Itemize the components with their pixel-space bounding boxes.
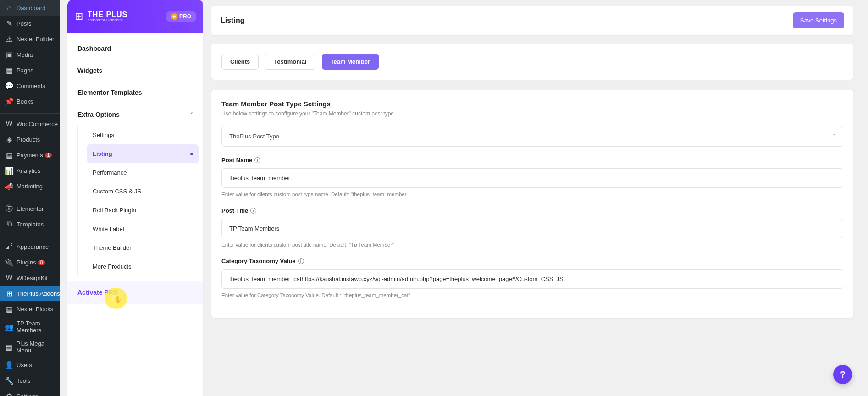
wp-menu-label: Users — [17, 362, 32, 368]
wp-menu-pages[interactable]: ▤Pages — [0, 62, 60, 78]
wp-menu-nexter-builder[interactable]: ⚠Nexter Builder — [0, 31, 60, 47]
post-title-input[interactable] — [221, 219, 843, 238]
nexter-builder-icon: ⚠ — [5, 34, 14, 44]
users-icon: 👤 — [5, 360, 14, 369]
comments-icon: 💬 — [5, 81, 14, 90]
tab-testimonial[interactable]: Testimonial — [265, 54, 315, 70]
wp-menu-plugins[interactable]: 🔌Plugins8 — [0, 254, 60, 270]
wp-menu-posts[interactable]: ✎Posts — [0, 16, 60, 31]
post-title-label: Post Title i — [221, 207, 843, 214]
info-icon[interactable]: i — [250, 208, 256, 214]
media-icon: ▣ — [5, 50, 14, 59]
wp-menu-label: WDesignKit — [17, 275, 48, 281]
wp-menu-label: Payments — [17, 152, 43, 159]
plugin-sub-listing[interactable]: Listing — [87, 144, 199, 163]
post-name-input[interactable] — [221, 168, 843, 188]
plugin-sub-performance[interactable]: Performance — [87, 163, 199, 182]
books-icon: 📌 — [5, 97, 14, 106]
wp-admin-sidebar: ⌂Dashboard✎Posts⚠Nexter Builder▣Media▤Pa… — [0, 0, 60, 396]
wdesignkit-icon: W — [5, 273, 14, 282]
tp-team-members-icon: 👥 — [5, 322, 14, 331]
tab-team-member[interactable]: Team Member — [322, 54, 379, 70]
plugin-menu-dashboard[interactable]: Dashboard — [67, 38, 203, 60]
elementor-icon: Ⓔ — [5, 204, 14, 213]
wp-menu-label: Nexter Blocks — [17, 306, 53, 313]
tab-clients[interactable]: Clients — [221, 54, 259, 70]
settings-desc: Use below settings to configure your "Te… — [221, 110, 843, 117]
wp-menu-users[interactable]: 👤Users — [0, 357, 60, 373]
marketing-icon: 📣 — [5, 182, 14, 191]
wp-menu-plus-mega-menu[interactable]: ▤Plus Mega Menu — [0, 337, 60, 357]
wp-menu-dashboard[interactable]: ⌂Dashboard — [0, 0, 60, 16]
wp-menu-settings[interactable]: ⚙Settings — [0, 388, 60, 396]
wp-menu-books[interactable]: 📌Books — [0, 94, 60, 109]
plugin-sidebar: ⊞ THE PLUS addons for Elementor ★ PRO Da… — [67, 0, 203, 396]
plugin-tagline: addons for Elementor — [88, 18, 127, 22]
woocommerce-icon: W — [5, 119, 14, 128]
wp-menu-label: Templates — [17, 221, 44, 228]
wp-menu-label: Dashboard — [17, 5, 46, 11]
plus-mega-menu-icon: ▤ — [5, 342, 14, 352]
settings-heading: Team Member Post Type Settings — [221, 100, 843, 108]
wp-menu-payments[interactable]: ▦Payments1 — [0, 147, 60, 163]
wp-menu-label: WooCommerce — [17, 121, 58, 127]
plugin-sub-white-label[interactable]: White Label — [87, 220, 199, 238]
settings-icon: ⚙ — [5, 391, 14, 396]
wp-menu-products[interactable]: ◈Products — [0, 132, 60, 147]
plugin-sub-theme-builder[interactable]: Theme Builder — [87, 238, 199, 257]
badge: 8 — [38, 260, 45, 265]
wp-menu-label: Books — [17, 98, 33, 105]
wp-menu-theplus-addons[interactable]: ⊞ThePlus Addons — [0, 286, 60, 301]
wp-menu-label: TP Team Members — [17, 320, 60, 334]
wp-menu-marketing[interactable]: 📣Marketing — [0, 178, 60, 194]
wp-menu-media[interactable]: ▣Media — [0, 47, 60, 62]
post-name-hint: Enter value for clients custom post type… — [221, 192, 843, 197]
plugins-icon: 🔌 — [5, 258, 14, 267]
badge: 1 — [45, 153, 52, 158]
wp-menu-label: Elementor — [17, 205, 44, 212]
info-icon[interactable]: i — [298, 258, 304, 264]
wp-menu-label: Appearance — [17, 243, 49, 250]
chevron-down-icon: ˅ — [833, 133, 835, 139]
pro-badge[interactable]: ★ PRO — [166, 11, 196, 22]
wp-menu-analytics[interactable]: 📊Analytics — [0, 163, 60, 178]
analytics-icon: 📊 — [5, 166, 14, 175]
plugin-menu-widgets[interactable]: Widgets — [67, 60, 203, 82]
plugin-menu-extra[interactable]: Extra Options ˅ — [67, 104, 203, 126]
help-button[interactable]: ? — [833, 365, 852, 384]
wp-menu-wdesignkit[interactable]: WWDesignKit — [0, 270, 60, 286]
products-icon: ◈ — [5, 135, 14, 144]
pages-icon: ▤ — [5, 66, 14, 75]
plugin-sub-settings[interactable]: Settings — [87, 126, 199, 144]
plugin-sub-more-products[interactable]: More Products — [87, 257, 199, 276]
wp-menu-tp-team-members[interactable]: 👥TP Team Members — [0, 317, 60, 337]
nexter-blocks-icon: ▦ — [5, 304, 14, 314]
save-settings-button[interactable]: Save Settings — [793, 12, 844, 28]
wp-menu-comments[interactable]: 💬Comments — [0, 78, 60, 94]
wp-menu-label: Marketing — [17, 183, 43, 190]
activate-pro-button[interactable]: Activate PRO — [67, 280, 203, 304]
wp-menu-woocommerce[interactable]: WWooCommerce — [0, 116, 60, 132]
wp-menu-appearance[interactable]: 🖌Appearance — [0, 239, 60, 254]
cat-taxonomy-input[interactable] — [221, 269, 843, 289]
dashboard-icon: ⌂ — [5, 3, 14, 12]
plugin-menu-templates[interactable]: Elementor Templates — [67, 82, 203, 104]
post-title-hint: Enter value for clients custom post titl… — [221, 242, 843, 248]
topbar: Listing Save Settings — [211, 6, 853, 35]
wp-menu-templates[interactable]: ⧉Templates — [0, 216, 60, 232]
plugin-name: THE PLUS — [88, 11, 127, 18]
wp-menu-label: Nexter Builder — [17, 36, 54, 43]
wp-menu-label: Pages — [17, 67, 33, 74]
wp-menu-label: ThePlus Addons — [17, 290, 60, 297]
wp-menu-label: Plus Mega Menu — [17, 340, 60, 354]
wp-menu-tools[interactable]: 🔧Tools — [0, 373, 60, 388]
info-icon[interactable]: i — [254, 157, 260, 163]
wp-menu-nexter-blocks[interactable]: ▦Nexter Blocks — [0, 301, 60, 317]
wp-menu-label: Comments — [17, 82, 45, 89]
plugin-sub-roll-back-plugin[interactable]: Roll Back Plugin — [87, 201, 199, 220]
theplus-addons-icon: ⊞ — [5, 289, 14, 298]
pro-crown-icon: ★ — [171, 13, 177, 20]
post-type-select[interactable]: ThePlus Post Type ˅ — [221, 126, 843, 147]
wp-menu-elementor[interactable]: ⒺElementor — [0, 201, 60, 216]
plugin-sub-custom-css-&-js[interactable]: Custom CSS & JS — [87, 182, 199, 201]
